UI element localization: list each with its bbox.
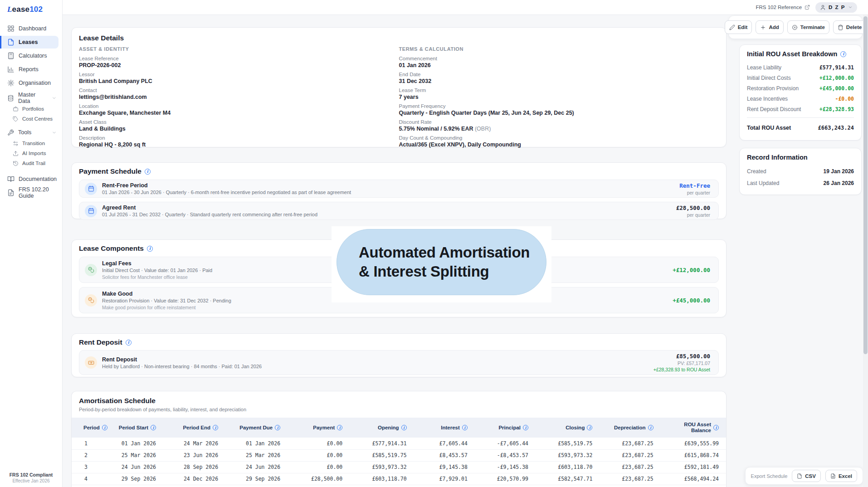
column-info-icon[interactable]: i bbox=[648, 425, 653, 430]
sidebar-item-frs102-guide[interactable]: FRS 102.20 Guide bbox=[0, 186, 59, 199]
sidebar-item-calculators[interactable]: Calculators bbox=[0, 49, 59, 62]
amortisation-cell: £582,547.71 bbox=[350, 485, 414, 487]
schedule-row-title: Agreed Rent bbox=[102, 204, 317, 211]
column-info-icon[interactable]: i bbox=[587, 425, 592, 430]
amortisation-cell: £23,687.25 bbox=[600, 449, 660, 461]
amortisation-body: 101 Jan 202624 Mar 202601 Jan 2026£0.00£… bbox=[72, 438, 726, 487]
amortisation-subtitle: Period-by-period breakdown of payments, … bbox=[79, 407, 719, 412]
column-header-payment: Paymenti bbox=[288, 418, 350, 438]
amortisation-row: 429 Sep 202624 Dec 202629 Sep 2026£28,50… bbox=[72, 473, 726, 485]
amortisation-cell: £0.00 bbox=[288, 438, 350, 449]
record-label: Created bbox=[747, 168, 766, 175]
sidebar-item-portfolios[interactable]: Portfolios bbox=[0, 104, 62, 114]
sidebar-item-reports[interactable]: Reports bbox=[0, 63, 59, 76]
rou-label: Lease Liability bbox=[747, 64, 781, 71]
amortisation-cell: £603,118.70 bbox=[350, 473, 414, 485]
terminate-button[interactable]: Terminate bbox=[787, 20, 829, 34]
scrollbar-thumb[interactable] bbox=[863, 16, 868, 354]
amortisation-cell: 01 Jan 2026 bbox=[107, 438, 163, 449]
column-info-icon[interactable]: i bbox=[523, 425, 528, 430]
sidebar-item-label: Audit Trail bbox=[22, 161, 45, 166]
amortisation-cell: £8,453.57 bbox=[414, 449, 475, 461]
deposit-amount: £85,500.00 bbox=[653, 353, 710, 360]
column-info-icon[interactable]: i bbox=[462, 425, 468, 430]
column-header-label: Principal bbox=[498, 425, 521, 430]
amortisation-cell: £592,181.49 bbox=[661, 461, 726, 473]
info-icon[interactable]: i bbox=[147, 246, 153, 252]
pencil-icon bbox=[729, 24, 735, 30]
frs102-reference-link[interactable]: FRS 102 Reference bbox=[756, 5, 810, 10]
field-label: Contact bbox=[79, 87, 399, 93]
rou-value: -£0.00 bbox=[835, 96, 854, 102]
info-icon[interactable]: i bbox=[126, 340, 132, 346]
sidebar-group-master-data[interactable]: Master Data bbox=[0, 92, 62, 104]
wrench-icon bbox=[7, 129, 14, 136]
column-info-icon[interactable]: i bbox=[102, 425, 107, 430]
sidebar-item-label: Reports bbox=[19, 66, 39, 73]
sidebar-item-label: FRS 102.20 Guide bbox=[19, 186, 59, 199]
delete-button[interactable]: Delete bbox=[833, 20, 867, 34]
add-button[interactable]: Add bbox=[756, 20, 783, 34]
calculator-icon bbox=[7, 52, 15, 59]
file-excel-icon bbox=[830, 473, 836, 479]
sidebar-item-leases[interactable]: Leases bbox=[0, 36, 59, 49]
info-icon[interactable]: i bbox=[840, 51, 846, 57]
sidebar-item-documentation[interactable]: Documentation bbox=[0, 173, 59, 185]
payment-schedule-row-rent-free[interactable]: Rent-Free Period 01 Jan 2026 - 30 Jun 20… bbox=[79, 180, 719, 198]
rent-deposit-row[interactable]: Rent Deposit Held by Landlord · Non-inte… bbox=[79, 350, 719, 375]
column-info-icon[interactable]: i bbox=[401, 425, 407, 430]
sidebar-item-cost-centres[interactable]: Cost Centres bbox=[0, 114, 62, 124]
column-header-opening: Openingi bbox=[350, 418, 414, 438]
amortisation-cell: 24 Jun 2026 bbox=[107, 461, 163, 473]
rou-value: +£12,000.00 bbox=[819, 75, 854, 81]
amortisation-row: 101 Jan 202624 Mar 202601 Jan 2026£0.00£… bbox=[72, 438, 726, 449]
edit-button[interactable]: Edit bbox=[725, 20, 752, 34]
schedule-row-unit: per quarter bbox=[679, 190, 710, 195]
topbar: FRS 102 Reference D Z P bbox=[63, 0, 868, 15]
column-header-period: Periodi bbox=[72, 418, 107, 438]
rent-deposit-title-text: Rent Deposit bbox=[79, 338, 122, 346]
column-info-icon[interactable]: i bbox=[151, 425, 156, 430]
compliance-effective-date: Effective Jan 2026 bbox=[0, 478, 62, 483]
sidebar-item-ai-imports[interactable]: AI Imports bbox=[0, 148, 62, 158]
sidebar-item-transition[interactable]: Transition bbox=[0, 138, 62, 148]
column-info-icon[interactable]: i bbox=[337, 425, 342, 430]
column-info-icon[interactable]: i bbox=[275, 425, 280, 430]
vertical-scrollbar[interactable] bbox=[863, 15, 868, 487]
info-icon[interactable]: i bbox=[145, 169, 151, 175]
amortisation-row: 324 Jun 202628 Sep 202624 Jun 2026£0.00£… bbox=[72, 461, 726, 473]
payment-frequency-value: Quarterly - English Quarter Days (Mar 25… bbox=[399, 109, 719, 117]
column-info-icon[interactable]: i bbox=[213, 425, 218, 430]
sidebar-group-tools[interactable]: Tools bbox=[0, 127, 62, 138]
sidebar-item-organisation[interactable]: Organisation bbox=[0, 77, 59, 89]
column-header-label: Interest bbox=[441, 425, 460, 430]
sidebar-item-audit-trail[interactable]: Audit Trail bbox=[0, 158, 62, 168]
column-info-icon[interactable]: i bbox=[713, 425, 719, 430]
field-label: End Date bbox=[399, 71, 719, 78]
amortisation-cell: £639,555.99 bbox=[661, 438, 726, 449]
amortisation-schedule-card: Amortisation Schedule Period-by-period b… bbox=[71, 391, 727, 487]
field-label: Lease Term bbox=[399, 87, 719, 93]
rou-row-restoration-provision: Restoration Provision+£45,000.00 bbox=[747, 83, 854, 93]
amortisation-cell: £23,687.25 bbox=[600, 485, 660, 487]
payment-schedule-card: Payment Schedule i Rent-Free Period 01 J… bbox=[71, 162, 727, 219]
export-csv-button[interactable]: CSV bbox=[792, 470, 821, 482]
promo-text-line1: Automated Amortisation bbox=[359, 243, 546, 262]
lease-components-title-text: Lease Components bbox=[79, 244, 144, 253]
export-schedule-bar: Export Schedule CSV Excel bbox=[745, 467, 863, 485]
sidebar-item-dashboard[interactable]: Dashboard bbox=[0, 22, 59, 35]
field-label: Lease Reference bbox=[79, 55, 399, 62]
user-menu[interactable]: D Z P bbox=[815, 2, 857, 13]
record-created-row: Created19 Jan 2026 bbox=[747, 166, 854, 177]
export-excel-button[interactable]: Excel bbox=[825, 470, 857, 482]
amortisation-row: 225 Mar 202623 Jun 202625 Mar 2026£0.00£… bbox=[72, 449, 726, 461]
sidebar-footer: FRS 102 Compliant Effective Jan 2026 bbox=[0, 472, 62, 483]
payment-schedule-row-agreed-rent[interactable]: Agreed Rent 01 Jul 2026 - 31 Dec 2032 · … bbox=[79, 202, 719, 220]
record-information-title: Record Information bbox=[747, 154, 854, 161]
column-header-depreciation: Depreciationi bbox=[600, 418, 660, 438]
rou-value: +£28,328.93 bbox=[819, 106, 854, 112]
column-header-label: Closing bbox=[566, 425, 585, 430]
amortisation-head-row: PeriodiPeriod StartiPeriod EndiPayment D… bbox=[72, 418, 726, 438]
history-clock-icon bbox=[13, 161, 19, 166]
divider bbox=[747, 117, 854, 118]
